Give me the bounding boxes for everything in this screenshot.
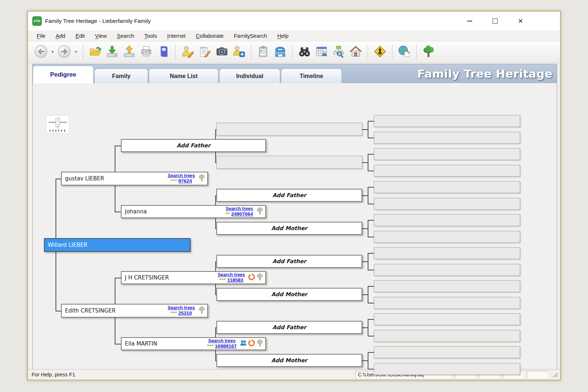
family-tree-icon[interactable] (256, 273, 264, 282)
connector-line (362, 360, 368, 361)
sync-icon[interactable] (248, 273, 255, 282)
pedigree-box-edith-cretsinger[interactable]: Edith CRETSINGERSearch trees***25310 (61, 304, 208, 318)
search-trees-link[interactable]: Search trees (218, 272, 245, 277)
match-stars: ** (226, 212, 230, 216)
pedigree-box-root[interactable]: Willard LIEBER (44, 238, 191, 252)
web-publish-button[interactable] (397, 44, 412, 61)
merge-button[interactable] (372, 44, 388, 61)
home-family-button[interactable] (348, 44, 363, 61)
back-dropdown-button[interactable] (50, 44, 55, 61)
edit-notes-icon (198, 45, 211, 60)
pedigree-box-gustav-lieber[interactable]: gustav LIEBERSearch trees***97624 (61, 172, 208, 185)
back-button[interactable] (34, 44, 48, 61)
menu-bar: FileAddEditViewSearchToolsInternetCollab… (28, 30, 560, 41)
search-trees-link[interactable]: Search trees (208, 338, 236, 343)
forward-dropdown-button[interactable] (73, 44, 78, 61)
menu-collaborate[interactable]: Collaborate (191, 33, 229, 39)
export-button[interactable] (122, 44, 137, 61)
connector-line (368, 336, 374, 336)
tasks-button[interactable] (256, 44, 271, 61)
sync-icon[interactable] (248, 339, 255, 348)
connector-line (56, 179, 61, 179)
menu-file[interactable]: File (32, 33, 50, 39)
close-button[interactable]: ✕ (517, 18, 524, 24)
print-button[interactable] (139, 44, 154, 61)
pedigree-box-johanna[interactable]: JohannaSearch trees**24907064 (121, 205, 266, 218)
tab-timeline[interactable]: Timeline (281, 69, 342, 83)
connector-line (368, 204, 374, 204)
tab-name-list[interactable]: Name List (149, 69, 219, 83)
box-icons (198, 306, 207, 315)
individual-summary-button[interactable] (314, 44, 329, 61)
individual-summary-icon (315, 45, 328, 60)
minimize-button[interactable] (466, 18, 473, 24)
menu-edit[interactable]: Edit (70, 33, 90, 39)
maximize-button[interactable] (492, 18, 498, 24)
familysearch-links: Search trees***25310 (168, 305, 198, 316)
menu-add[interactable]: Add (50, 33, 70, 39)
search-trees-link[interactable]: Search trees (226, 206, 253, 211)
add-father-box[interactable]: Add Father (216, 321, 362, 334)
group-icon[interactable] (240, 339, 247, 348)
empty-ancestor-box (216, 156, 362, 169)
research-manager-button[interactable] (331, 44, 346, 61)
add-mother-box[interactable]: Add Mother (216, 222, 362, 235)
home-family-icon (349, 45, 362, 60)
connector-line (368, 121, 374, 122)
menu-tools[interactable]: Tools (139, 33, 162, 39)
pedigree-navigation-widget[interactable] (46, 115, 70, 134)
menu-search[interactable]: Search (112, 33, 139, 39)
tree-id-link[interactable]: 97624 (178, 178, 192, 184)
tab-pedigree[interactable]: Pedigree (33, 66, 94, 83)
add-father-box[interactable]: Add Father (121, 139, 266, 152)
connector-line (115, 212, 121, 212)
add-individual-button[interactable] (231, 44, 246, 61)
tree-id-link[interactable]: 25310 (178, 310, 192, 316)
search-button[interactable] (297, 44, 312, 61)
status-help-text: For Help, press F1 (32, 372, 75, 377)
tree-id-link[interactable]: 24907064 (231, 211, 253, 217)
menu-familysearch[interactable]: FamilySearch (229, 33, 272, 39)
edit-notes-button[interactable] (197, 44, 212, 61)
export-icon (123, 45, 136, 60)
tree-id-link[interactable]: 118583 (227, 277, 243, 283)
search-trees-link[interactable]: Search trees (168, 305, 195, 310)
pedigree-box-ella-martin[interactable]: Ella MARTINSearch trees***16989167 (121, 337, 266, 350)
search-trees-link[interactable]: Search trees (168, 173, 195, 178)
forward-button[interactable] (57, 44, 72, 61)
edit-individual-button[interactable] (180, 44, 195, 61)
empty-ancestor-box (374, 280, 520, 292)
print-icon (140, 45, 153, 60)
menu-help[interactable]: Help (272, 33, 294, 39)
correspondence-icon (274, 45, 287, 60)
add-father-box[interactable]: Add Father (216, 255, 362, 268)
family-tree-icon[interactable] (256, 207, 264, 216)
family-tree-icon[interactable] (198, 306, 206, 315)
family-tree-icon[interactable] (256, 339, 264, 348)
family-tree-icon[interactable] (198, 174, 206, 183)
connector-line (115, 344, 121, 344)
toolbar-separator (175, 45, 176, 60)
add-mother-box[interactable]: Add Mother (216, 288, 362, 301)
media-button[interactable] (214, 44, 229, 61)
empty-ancestor-box (374, 214, 520, 226)
open-family-file-button[interactable] (87, 44, 103, 61)
book-reports-button[interactable] (156, 44, 171, 61)
menu-view[interactable]: View (90, 33, 112, 39)
chevron-down-icon (51, 51, 54, 53)
tree-chart-button[interactable] (421, 44, 436, 61)
pedigree-box-j-h-cretsinger[interactable]: J H CRETSINGERSearch trees***118583 (121, 271, 266, 284)
add-father-box[interactable]: Add Father (216, 189, 362, 202)
resize-grip[interactable] (552, 372, 558, 377)
toolbar-separator (368, 45, 368, 60)
connector-line (368, 220, 368, 237)
import-button[interactable] (105, 44, 120, 61)
forward-icon (57, 45, 71, 60)
tab-family[interactable]: Family (94, 69, 148, 83)
tree-id-link[interactable]: 16989167 (215, 343, 237, 349)
tab-individual[interactable]: Individual (219, 69, 280, 83)
correspondence-button[interactable] (273, 44, 288, 61)
menu-internet[interactable]: Internet (162, 33, 191, 39)
connector-line (362, 162, 368, 163)
add-mother-box[interactable]: Add Mother (216, 354, 362, 367)
